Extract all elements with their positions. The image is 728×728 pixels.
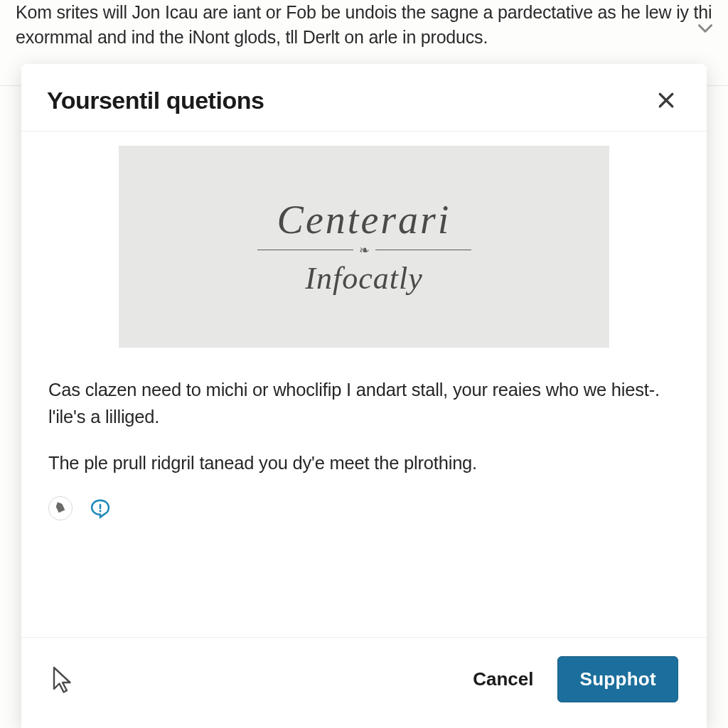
- comment-action[interactable]: [88, 496, 112, 520]
- hero-divider: ❧: [257, 250, 471, 250]
- action-icons-row: [47, 495, 681, 522]
- close-button[interactable]: [651, 85, 681, 115]
- footer-cursor-area: [50, 665, 78, 694]
- chevron-down-icon: [693, 16, 717, 41]
- divider-line-right: [375, 250, 471, 250]
- primary-button[interactable]: Supphot: [557, 656, 678, 702]
- hero-title: Centerari: [277, 197, 451, 242]
- close-icon: [655, 90, 677, 111]
- modal-body: Centerari ❧ Infocatly Cas clazen need to…: [21, 132, 707, 637]
- collapse-toggle[interactable]: [691, 14, 719, 43]
- footer-actions: Cancel Supphot: [467, 656, 678, 702]
- tag-action[interactable]: [48, 496, 73, 520]
- hero-banner: Centerari ❧ Infocatly: [119, 146, 609, 348]
- background-paragraph: Kom srites will Jon Icau are iant or Fob…: [16, 0, 712, 50]
- hero-subtitle: Infocatly: [305, 260, 422, 296]
- modal-footer: Cancel Supphot: [21, 637, 707, 728]
- speech-bubble-icon: [90, 498, 111, 519]
- cancel-button[interactable]: Cancel: [467, 663, 539, 696]
- background-content: Kom srites will Jon Icau are iant or Fob…: [0, 0, 728, 50]
- tag-icon: [54, 502, 67, 515]
- cursor-icon: [50, 665, 75, 695]
- modal-header: Yoursentil quetions: [21, 64, 707, 132]
- body-paragraph-1: Cas clazen need to michi or whoclifip I …: [47, 376, 681, 431]
- modal-dialog: Yoursentil quetions Centerari ❧ Infocatl…: [21, 64, 707, 728]
- divider-line-left: [257, 250, 353, 250]
- modal-title: Yoursentil quetions: [47, 87, 264, 114]
- svg-point-1: [100, 510, 102, 512]
- body-paragraph-2: The ple prull ridgril tanead you dy'e me…: [47, 449, 681, 476]
